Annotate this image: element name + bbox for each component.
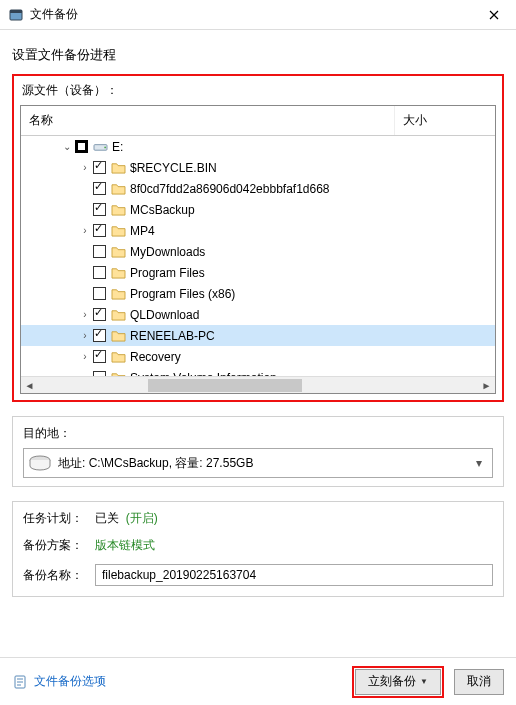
dropdown-icon: ▼ bbox=[420, 677, 428, 686]
expand-icon[interactable]: › bbox=[79, 351, 91, 362]
drive-icon bbox=[93, 140, 108, 153]
folder-icon bbox=[111, 287, 126, 300]
expand-icon[interactable]: › bbox=[79, 225, 91, 236]
folder-icon bbox=[111, 329, 126, 342]
checkbox[interactable] bbox=[75, 140, 88, 153]
backup-scheme-label: 备份方案： bbox=[23, 537, 95, 554]
tree-item-label: 8f0cd7fdd2a86906d042ebbbfaf1d668 bbox=[130, 182, 330, 196]
tree-row[interactable]: ›$RECYCLE.BIN bbox=[21, 157, 495, 178]
folder-icon bbox=[111, 161, 126, 174]
task-plan-label: 任务计划： bbox=[23, 510, 95, 527]
svg-point-3 bbox=[104, 147, 106, 149]
tree-row[interactable]: Program Files (x86) bbox=[21, 283, 495, 304]
collapse-icon[interactable]: ⌄ bbox=[61, 141, 73, 152]
folder-icon bbox=[111, 308, 126, 321]
folder-icon bbox=[111, 203, 126, 216]
folder-icon bbox=[111, 182, 126, 195]
scroll-right-icon[interactable]: ► bbox=[478, 377, 495, 394]
tree-item-label: System Volume Information bbox=[130, 371, 277, 377]
tree-item-label: MP4 bbox=[130, 224, 155, 238]
source-section: 源文件（设备）： 名称 大小 ⌄E:›$RECYCLE.BIN8f0cd7fdd… bbox=[12, 74, 504, 402]
scroll-track[interactable] bbox=[38, 377, 478, 394]
checkbox[interactable] bbox=[93, 266, 106, 279]
titlebar: 文件备份 bbox=[0, 0, 516, 30]
tree-item-label: $RECYCLE.BIN bbox=[130, 161, 217, 175]
drive-icon bbox=[28, 454, 52, 472]
folder-icon bbox=[111, 224, 126, 237]
chevron-down-icon[interactable]: ▾ bbox=[470, 456, 488, 470]
checkbox[interactable] bbox=[93, 203, 106, 216]
app-icon bbox=[8, 7, 24, 23]
tree-root-row[interactable]: ⌄E: bbox=[21, 136, 495, 157]
backup-name-input[interactable] bbox=[95, 564, 493, 586]
backup-name-row: 备份名称： bbox=[23, 564, 493, 586]
task-plan-value: 已关 (开启) bbox=[95, 510, 158, 527]
source-label: 源文件（设备）： bbox=[22, 82, 496, 99]
window-title: 文件备份 bbox=[30, 6, 472, 23]
column-name[interactable]: 名称 bbox=[21, 106, 395, 135]
tree-row[interactable]: ›QLDownload bbox=[21, 304, 495, 325]
backup-scheme-value[interactable]: 版本链模式 bbox=[95, 537, 155, 554]
destination-label: 目的地： bbox=[23, 425, 493, 442]
backup-name-label: 备份名称： bbox=[23, 567, 95, 584]
tree-row[interactable]: MCsBackup bbox=[21, 199, 495, 220]
backup-options-link[interactable]: 文件备份选项 bbox=[12, 673, 106, 690]
tree-row[interactable]: ›MP4 bbox=[21, 220, 495, 241]
expand-icon[interactable]: › bbox=[79, 162, 91, 173]
expand-icon[interactable]: › bbox=[79, 309, 91, 320]
folder-icon bbox=[111, 245, 126, 258]
destination-text: 地址: C:\MCsBackup, 容量: 27.55GB bbox=[58, 455, 470, 472]
tree-item-label: RENEELAB-PC bbox=[130, 329, 215, 343]
close-button[interactable] bbox=[472, 0, 516, 30]
tree-item-label: Program Files (x86) bbox=[130, 287, 235, 301]
options-icon bbox=[12, 674, 28, 690]
tree-root-label: E: bbox=[112, 140, 123, 154]
horizontal-scrollbar[interactable]: ◄ ► bbox=[21, 376, 495, 393]
svg-rect-1 bbox=[10, 10, 22, 13]
checkbox[interactable] bbox=[93, 371, 106, 376]
tree-item-label: Program Files bbox=[130, 266, 205, 280]
tree-body[interactable]: ⌄E:›$RECYCLE.BIN8f0cd7fdd2a86906d042ebbb… bbox=[21, 136, 495, 376]
checkbox[interactable] bbox=[93, 245, 106, 258]
task-plan-status: 已关 bbox=[95, 511, 119, 525]
destination-section: 目的地： 地址: C:\MCsBackup, 容量: 27.55GB ▾ bbox=[12, 416, 504, 487]
file-tree: 名称 大小 ⌄E:›$RECYCLE.BIN8f0cd7fdd2a86906d0… bbox=[20, 105, 496, 394]
task-plan-row: 任务计划： 已关 (开启) bbox=[23, 510, 493, 527]
expand-icon[interactable]: › bbox=[79, 330, 91, 341]
destination-combo[interactable]: 地址: C:\MCsBackup, 容量: 27.55GB ▾ bbox=[23, 448, 493, 478]
tree-row[interactable]: Program Files bbox=[21, 262, 495, 283]
scroll-thumb[interactable] bbox=[148, 379, 302, 392]
tree-item-label: MyDownloads bbox=[130, 245, 205, 259]
scroll-left-icon[interactable]: ◄ bbox=[21, 377, 38, 394]
backup-options-label: 文件备份选项 bbox=[34, 673, 106, 690]
primary-button-highlight: 立刻备份 ▼ bbox=[352, 666, 444, 698]
tree-row[interactable]: ›Recovery bbox=[21, 346, 495, 367]
backup-scheme-row: 备份方案： 版本链模式 bbox=[23, 537, 493, 554]
checkbox[interactable] bbox=[93, 161, 106, 174]
checkbox[interactable] bbox=[93, 329, 106, 342]
tree-row[interactable]: System Volume Information bbox=[21, 367, 495, 376]
backup-now-button[interactable]: 立刻备份 ▼ bbox=[355, 669, 441, 695]
folder-icon bbox=[111, 371, 126, 376]
tree-row[interactable]: 8f0cd7fdd2a86906d042ebbbfaf1d668 bbox=[21, 178, 495, 199]
backup-now-label: 立刻备份 bbox=[368, 673, 416, 690]
tree-item-label: QLDownload bbox=[130, 308, 199, 322]
checkbox[interactable] bbox=[93, 287, 106, 300]
checkbox[interactable] bbox=[93, 350, 106, 363]
tree-item-label: Recovery bbox=[130, 350, 181, 364]
task-plan-toggle[interactable]: (开启) bbox=[126, 511, 158, 525]
tree-header: 名称 大小 bbox=[21, 106, 495, 136]
folder-icon bbox=[111, 350, 126, 363]
checkbox[interactable] bbox=[93, 308, 106, 321]
checkbox[interactable] bbox=[93, 182, 106, 195]
cancel-button[interactable]: 取消 bbox=[454, 669, 504, 695]
checkbox[interactable] bbox=[93, 224, 106, 237]
column-size[interactable]: 大小 bbox=[395, 106, 495, 135]
tree-row[interactable]: ›RENEELAB-PC bbox=[21, 325, 495, 346]
task-section: 任务计划： 已关 (开启) 备份方案： 版本链模式 备份名称： bbox=[12, 501, 504, 597]
footer: 文件备份选项 立刻备份 ▼ 取消 bbox=[0, 657, 516, 705]
dialog-heading: 设置文件备份进程 bbox=[12, 46, 504, 64]
tree-item-label: MCsBackup bbox=[130, 203, 195, 217]
tree-row[interactable]: MyDownloads bbox=[21, 241, 495, 262]
folder-icon bbox=[111, 266, 126, 279]
